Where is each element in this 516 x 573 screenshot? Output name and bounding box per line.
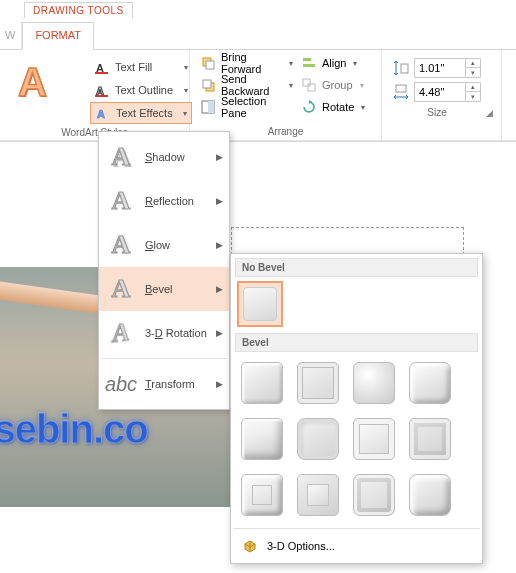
bevel-preset-2[interactable] [293, 358, 343, 408]
bring-forward-button[interactable]: Bring Forward ▾ [196, 52, 297, 74]
bevel-preset-1[interactable] [237, 358, 287, 408]
reflection-icon: A [105, 185, 137, 217]
send-backward-label: Send Backward [221, 73, 282, 97]
chevron-down-icon: ▾ [361, 103, 365, 112]
align-label: Align [322, 57, 346, 69]
text-outline-icon: A [94, 82, 110, 98]
rotation-3d-icon: A [105, 317, 137, 349]
svg-rect-6 [206, 61, 214, 69]
group-button[interactable]: Group ▾ [297, 74, 375, 96]
svg-rect-16 [396, 85, 406, 92]
selection-pane-icon [200, 99, 216, 115]
svg-text:A: A [97, 108, 105, 120]
bevel-preset-11[interactable] [349, 470, 399, 520]
width-spinner[interactable]: ▴▾ [414, 82, 481, 102]
chevron-down-icon: ▾ [184, 63, 188, 72]
3d-options-icon [241, 537, 259, 555]
chevron-down-icon: ▾ [353, 59, 357, 68]
text-fill-button[interactable]: A Text Fill ▾ [90, 56, 192, 78]
chevron-right-icon: ▶ [216, 196, 223, 206]
bevel-preset-6[interactable] [293, 414, 343, 464]
dialog-launcher-icon[interactable]: ◢ [486, 108, 495, 122]
bevel-preset-9[interactable] [237, 470, 287, 520]
fx-transform-label: Transform [145, 378, 208, 390]
bevel-preset-10[interactable] [293, 470, 343, 520]
size-group: ▴▾ ▴▾ Size◢ [382, 50, 502, 141]
chevron-down-icon: ▾ [289, 81, 293, 90]
wordart-gallery[interactable]: A [10, 56, 90, 124]
shadow-icon: A [105, 141, 137, 173]
size-group-label: Size [388, 104, 486, 122]
rotate-label: Rotate [322, 101, 354, 113]
bevel-gallery: No Bevel Bevel 3-D Options... [230, 253, 483, 564]
fx-bevel-item[interactable]: A Bevel ▶ [99, 267, 229, 311]
fx-transform-item[interactable]: abc Transform ▶ [99, 362, 229, 406]
group-icon [301, 77, 317, 93]
bevel-header: Bevel [235, 333, 478, 352]
fx-reflection-item[interactable]: A Reflection ▶ [99, 179, 229, 223]
arrange-group: Bring Forward ▾ Send Backward ▾ Selectio… [190, 50, 382, 141]
chevron-down-icon: ▾ [289, 59, 293, 68]
bevel-none-option[interactable] [237, 281, 283, 327]
fx-3d-rotation-label: 3-D Rotation [145, 327, 208, 339]
text-effects-icon: A [95, 105, 111, 121]
svg-rect-14 [308, 84, 315, 91]
bevel-preset-7[interactable] [349, 414, 399, 464]
spin-down-icon[interactable]: ▾ [466, 92, 480, 101]
align-button[interactable]: Align ▾ [297, 52, 375, 74]
send-backward-button[interactable]: Send Backward ▾ [196, 74, 297, 96]
bevel-preset-4[interactable] [405, 358, 455, 408]
text-outline-button[interactable]: A Text Outline ▾ [90, 79, 192, 101]
bring-forward-icon [200, 55, 216, 71]
fx-reflection-label: Reflection [145, 195, 208, 207]
chevron-right-icon: ▶ [216, 328, 223, 338]
svg-rect-13 [303, 79, 310, 86]
tab-format[interactable]: FORMAT [22, 22, 94, 50]
height-input[interactable] [415, 59, 465, 77]
bevel-preset-3[interactable] [349, 358, 399, 408]
spin-up-icon[interactable]: ▴ [466, 83, 480, 92]
fx-bevel-label: Bevel [145, 283, 208, 295]
rotate-icon [301, 99, 317, 115]
chevron-right-icon: ▶ [216, 379, 223, 389]
width-input[interactable] [415, 83, 465, 101]
spin-up-icon[interactable]: ▴ [466, 59, 480, 68]
tab-strip: DRAWING TOOLS W FORMAT [0, 0, 516, 50]
3d-options-item[interactable]: 3-D Options... [235, 531, 478, 559]
svg-rect-10 [208, 101, 214, 113]
bevel-preset-12[interactable] [405, 470, 455, 520]
selection-pane-label: Selection Pane [221, 95, 293, 119]
bevel-preset-8[interactable] [405, 414, 455, 464]
chevron-right-icon: ▶ [216, 240, 223, 250]
chevron-down-icon: ▾ [360, 81, 364, 90]
spin-down-icon[interactable]: ▾ [466, 68, 480, 77]
wordart-preview-A-icon: A [10, 56, 47, 108]
text-effects-label: Text Effects [116, 107, 176, 119]
bevel-preset-5[interactable] [237, 414, 287, 464]
ribbon: A A Text Fill ▾ A Text Outline ▾ [0, 50, 516, 142]
chevron-right-icon: ▶ [216, 284, 223, 294]
slide-text: nsebin.co [0, 407, 148, 452]
rotate-button[interactable]: Rotate ▾ [297, 96, 375, 118]
group-label: Group [322, 79, 353, 91]
drawing-tools-context-tab: DRAWING TOOLS [24, 2, 133, 18]
glow-icon: A [105, 229, 137, 261]
fx-3d-rotation-item[interactable]: A 3-D Rotation ▶ [99, 311, 229, 355]
svg-rect-11 [303, 58, 311, 61]
width-icon [392, 83, 410, 101]
bring-forward-label: Bring Forward [221, 51, 282, 75]
align-icon [301, 55, 317, 71]
fx-shadow-item[interactable]: A SShadowhadow ▶ [99, 135, 229, 179]
text-effects-button[interactable]: A Text Effects ▾ [90, 102, 192, 124]
wordart-styles-group: A A Text Fill ▾ A Text Outline ▾ [0, 50, 190, 141]
svg-rect-8 [203, 80, 211, 88]
svg-rect-3 [95, 95, 108, 97]
chevron-down-icon: ▾ [184, 86, 188, 95]
svg-rect-1 [95, 72, 108, 74]
text-fill-icon: A [94, 59, 110, 75]
selection-pane-button[interactable]: Selection Pane [196, 96, 297, 118]
svg-rect-12 [303, 64, 315, 67]
fx-glow-item[interactable]: A Glow ▶ [99, 223, 229, 267]
tab-prev[interactable]: W [0, 22, 22, 50]
height-spinner[interactable]: ▴▾ [414, 58, 481, 78]
